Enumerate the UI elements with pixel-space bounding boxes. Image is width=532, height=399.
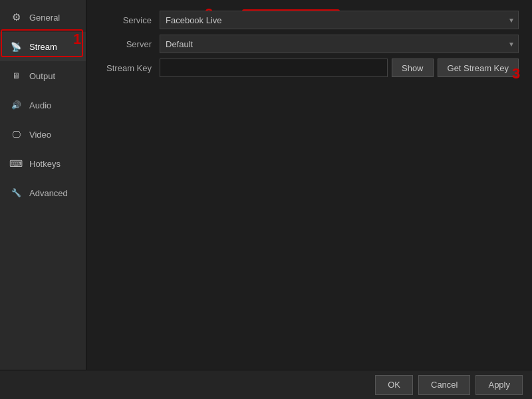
advanced-icon (9, 186, 23, 200)
service-select[interactable]: Facebook Live (160, 11, 519, 29)
app-container: 1 General Stream Output Audio Video (0, 0, 532, 399)
show-button[interactable]: Show (392, 59, 434, 77)
sidebar-item-general[interactable]: General (0, 3, 86, 32)
sidebar-label-video: Video (29, 130, 51, 140)
stream-key-input[interactable] (160, 59, 388, 77)
server-select-wrapper: Default ▼ (160, 35, 519, 53)
stream-key-control: Show Get Stream Key (160, 59, 519, 77)
stream-key-label: Stream Key (100, 63, 160, 73)
stream-key-row: Stream Key Show Get Stream Key (100, 59, 519, 77)
output-icon (9, 69, 23, 82)
server-select[interactable]: Default (160, 35, 519, 53)
content-area: 2 3 Service Facebook Live ▼ (86, 0, 532, 370)
server-row: Server Default ▼ (100, 35, 519, 53)
sidebar: 1 General Stream Output Audio Video (0, 0, 86, 370)
sidebar-label-output: Output (29, 71, 55, 81)
audio-icon (9, 98, 23, 112)
sidebar-label-hotkeys: Hotkeys (29, 159, 61, 169)
sidebar-item-advanced[interactable]: Advanced (0, 178, 86, 207)
content-wrapper: 2 3 Service Facebook Live ▼ (86, 0, 532, 370)
sidebar-item-stream[interactable]: Stream (0, 32, 86, 61)
sidebar-label-audio: Audio (29, 100, 51, 110)
sidebar-label-general: General (29, 13, 60, 23)
get-stream-key-button[interactable]: Get Stream Key (438, 59, 519, 77)
video-icon (9, 128, 23, 141)
sidebar-item-hotkeys[interactable]: Hotkeys (0, 149, 86, 178)
ok-button[interactable]: OK (375, 375, 413, 395)
sidebar-item-video[interactable]: Video (0, 120, 86, 149)
sidebar-label-stream: Stream (29, 42, 57, 52)
server-control: Default ▼ (160, 35, 519, 53)
hotkeys-icon (9, 157, 23, 170)
footer: OK Cancel Apply (0, 370, 532, 399)
service-select-wrapper: Facebook Live ▼ (160, 11, 519, 29)
main-area: 1 General Stream Output Audio Video (0, 0, 532, 370)
apply-button[interactable]: Apply (475, 375, 523, 395)
sidebar-item-output[interactable]: Output (0, 61, 86, 90)
service-label: Service (100, 15, 160, 25)
service-row: Service Facebook Live ▼ (100, 11, 519, 29)
stream-icon (9, 40, 23, 53)
service-control: Facebook Live ▼ (160, 11, 519, 29)
server-label: Server (100, 39, 160, 49)
sidebar-label-advanced: Advanced (29, 188, 68, 198)
cancel-button[interactable]: Cancel (418, 375, 470, 395)
sidebar-item-audio[interactable]: Audio (0, 90, 86, 120)
gear-icon (9, 11, 23, 24)
